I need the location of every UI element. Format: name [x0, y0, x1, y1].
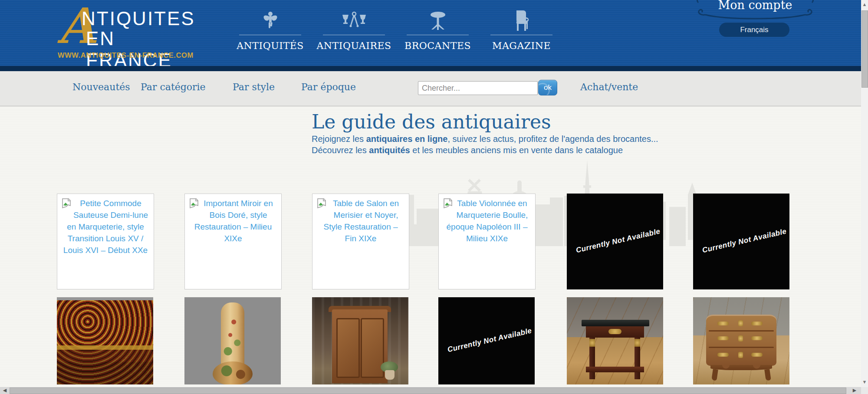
not-available-stamp: Currently Not Available [567, 226, 663, 257]
subnav-par-style[interactable]: Par style [233, 82, 275, 92]
cherub-icon [261, 10, 280, 32]
scroll-up-arrow[interactable]: ▲ [861, 2, 868, 8]
product-alt-text: Petite Commode Sauteuse Demi-lune en Mar… [63, 199, 148, 255]
product-photo-galle-vase[interactable] [184, 297, 281, 384]
scrollbar-corner [861, 387, 868, 394]
language-button[interactable]: Français [719, 23, 789, 37]
product-photo-empire-console[interactable] [567, 297, 663, 384]
nav-item-antiquaires[interactable]: ANTIQUAIRES [323, 10, 385, 51]
hero-line1: Rejoignez les antiquaires en ligne, suiv… [312, 134, 658, 144]
vertical-scrollbar[interactable]: ▲ ▼ [861, 0, 868, 387]
armoire-image [312, 297, 408, 384]
empire-console-image [567, 297, 663, 384]
nav-underline [323, 35, 385, 35]
scroll-down-arrow[interactable]: ▼ [861, 379, 868, 385]
main-nav: ANTIQUITÉS A [239, 10, 552, 51]
product-photo-bombe-commode[interactable] [693, 297, 789, 384]
site-logo[interactable]: A NTIQUITES EN FRANCE WWW.ANTIQUITES-EN-… [58, 3, 197, 60]
nav-label: MAGAZINE [492, 40, 551, 51]
boulle-marquetry-image [57, 297, 153, 384]
product-photo-armoire[interactable] [312, 297, 408, 384]
nav-item-antiquites[interactable]: ANTIQUITÉS [239, 10, 301, 51]
nav-label: ANTIQUAIRES [316, 40, 391, 51]
nav-label: BROCANTES [404, 40, 471, 51]
subnav-nouveautes[interactable]: Nouveautés [72, 82, 130, 92]
nav-item-magazine[interactable]: MAGAZINE [490, 10, 552, 51]
chair-icon [512, 10, 531, 32]
subnav-par-epoque[interactable]: Par époque [301, 82, 356, 92]
product-alt-text: Table de Salon en Merisier et Noyer, Sty… [323, 199, 399, 243]
product-card-unavailable[interactable]: Currently Not Available [438, 297, 535, 384]
page-title: Le guide des antiquaires [312, 111, 551, 133]
search-input[interactable] [418, 81, 538, 95]
logo-url: WWW.ANTIQUITES-EN-FRANCE.COM [58, 51, 194, 59]
logo-line2: EN FRANCE [86, 28, 197, 71]
not-available-stamp: Currently Not Available [438, 325, 535, 357]
nav-underline [490, 35, 552, 35]
hero-line2: Découvrez les antiquités et les meubles … [312, 145, 623, 155]
broken-image-icon [189, 198, 199, 210]
product-card-miroir-bois-dore[interactable]: Important Miroir en Bois Doré, style Res… [184, 194, 282, 289]
galle-vase-image [184, 297, 281, 384]
product-card-table-violonnee[interactable]: Table Violonnée en Marqueterie Boulle, é… [438, 194, 536, 289]
nav-underline [407, 35, 469, 35]
search-ok-button[interactable]: ok [538, 80, 557, 95]
scroll-left-arrow[interactable]: ◀ [2, 387, 8, 394]
nav-label: ANTIQUITÉS [237, 40, 304, 51]
subnav-par-categorie[interactable]: Par catégorie [141, 82, 206, 92]
logo-line1: NTIQUITES [82, 8, 195, 30]
subnav: Nouveautés Par catégorie Par style Par é… [0, 71, 861, 106]
main-content: Le guide des antiquaires Rejoignez les a… [0, 106, 861, 394]
account-menu[interactable]: Mon compte [692, 0, 818, 24]
nav-item-brocantes[interactable]: BROCANTES [407, 10, 469, 51]
scroll-right-arrow[interactable]: ▶ [852, 387, 858, 394]
subnav-achat-vente[interactable]: Achat/vente [580, 82, 638, 92]
bombe-commode-image [693, 297, 789, 384]
header: A NTIQUITES EN FRANCE WWW.ANTIQUITES-EN-… [0, 0, 861, 66]
product-card-commode-sauteuse[interactable]: Petite Commode Sauteuse Demi-lune en Mar… [57, 194, 154, 289]
product-card-unavailable[interactable]: Currently Not Available [693, 194, 789, 289]
antiquites-en-france-homepage: A NTIQUITES EN FRANCE WWW.ANTIQUITES-EN-… [0, 0, 868, 394]
product-card-unavailable[interactable]: Currently Not Available [567, 194, 663, 289]
product-photo-boulle-marquetry[interactable] [57, 297, 153, 384]
broken-image-icon [317, 198, 326, 210]
horizontal-scrollbar[interactable]: ◀ ▶ [0, 387, 861, 394]
product-alt-text: Table Violonnée en Marqueterie Boulle, é… [447, 199, 528, 243]
not-available-stamp: Currently Not Available [693, 226, 789, 257]
broken-image-icon [443, 198, 453, 210]
vertical-scroll-thumb[interactable] [861, 10, 868, 88]
urns-compass-icon [341, 10, 368, 32]
product-alt-text: Important Miroir en Bois Doré, style Res… [194, 199, 273, 243]
nav-underline [239, 35, 301, 35]
horizontal-scroll-thumb[interactable] [10, 387, 846, 394]
header-divider [0, 66, 861, 71]
broken-image-icon [62, 198, 71, 210]
product-card-table-de-salon[interactable]: Table de Salon en Merisier et Noyer, Sty… [312, 194, 409, 289]
account-label: Mon compte [718, 0, 792, 12]
pedestal-table-icon [427, 10, 449, 32]
